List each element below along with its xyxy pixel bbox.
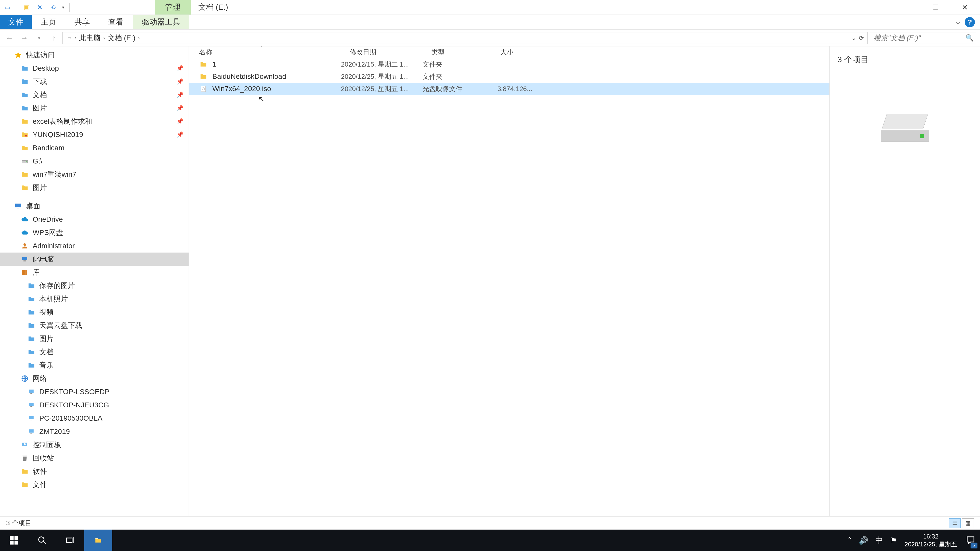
tree-item-label: 保存的图片 bbox=[39, 281, 75, 291]
qat-app-icon[interactable]: ▭ bbox=[2, 2, 13, 13]
breadcrumb-sep-icon[interactable]: › bbox=[74, 35, 78, 41]
nav-forward-button[interactable]: → bbox=[18, 32, 30, 44]
tree-item[interactable]: 音乐 bbox=[0, 359, 189, 372]
tree-item[interactable]: PC-20190530OBLA bbox=[0, 412, 189, 425]
breadcrumb-sep-icon[interactable]: › bbox=[137, 35, 141, 41]
tree-item[interactable]: 控制面板 bbox=[0, 438, 189, 451]
column-name[interactable]: 名称 bbox=[199, 48, 350, 57]
nav-up-button[interactable]: ↑ bbox=[48, 32, 60, 44]
address-bar[interactable]: ▭ › 此电脑 › 文档 (E:) › ⌄ ⟳ bbox=[62, 32, 868, 44]
taskbar-clock[interactable]: 16:32 2020/12/25, 星期五 bbox=[900, 532, 961, 548]
view-details-button[interactable]: ☰ bbox=[949, 518, 961, 528]
volume-icon[interactable]: 🔊 bbox=[859, 536, 868, 545]
tree-item[interactable]: 图片 bbox=[0, 181, 189, 194]
tree-item-label: 下载 bbox=[33, 77, 47, 86]
tree-item[interactable]: Desktop📌 bbox=[0, 62, 189, 75]
tree-item[interactable]: G:\ bbox=[0, 155, 189, 168]
ribbon-tab-drive-tools[interactable]: 驱动器工具 bbox=[133, 15, 189, 29]
tree-item-label: Administrator bbox=[33, 242, 75, 250]
tree-item[interactable]: DESKTOP-NJEU3CG bbox=[0, 399, 189, 412]
tree-item[interactable]: 快速访问 bbox=[0, 48, 189, 62]
tree-item-label: 网络 bbox=[33, 374, 47, 383]
tree-item[interactable]: ZMT2019 bbox=[0, 425, 189, 438]
tree-item[interactable]: 保存的图片 bbox=[0, 279, 189, 292]
column-headers[interactable]: ˄ 名称 修改日期 类型 大小 bbox=[189, 46, 829, 58]
tree-item[interactable]: 库 bbox=[0, 266, 189, 279]
tree-item[interactable]: DESKTOP-LSSOEDP bbox=[0, 385, 189, 399]
tree-item[interactable]: 视频 bbox=[0, 306, 189, 319]
tree-item[interactable]: WPS网盘 bbox=[0, 226, 189, 239]
qat-undo-icon[interactable]: ⟲ bbox=[47, 2, 59, 13]
security-icon[interactable]: ⚑ bbox=[890, 536, 897, 545]
view-large-icons-button[interactable]: ▦ bbox=[962, 518, 974, 528]
tree-item[interactable]: 桌面 bbox=[0, 200, 189, 213]
tree-item-label: 天翼云盘下载 bbox=[39, 321, 82, 330]
qat-customize-dropdown[interactable]: ▾ bbox=[60, 5, 66, 10]
tree-item[interactable]: 回收站 bbox=[0, 451, 189, 465]
tree-item[interactable]: 文档 bbox=[0, 345, 189, 359]
tree-item[interactable]: 天翼云盘下载 bbox=[0, 319, 189, 332]
tree-item[interactable]: win7重装win7 bbox=[0, 168, 189, 181]
ribbon-tab-view[interactable]: 查看 bbox=[99, 15, 133, 29]
breadcrumb-this-pc[interactable]: 此电脑 bbox=[78, 33, 102, 43]
breadcrumb-sep-icon[interactable]: › bbox=[102, 35, 106, 41]
tree-item[interactable]: YUNQISHI2019📌 bbox=[0, 128, 189, 141]
svg-point-6 bbox=[24, 243, 26, 246]
ribbon-tab-share[interactable]: 共享 bbox=[65, 15, 99, 29]
start-button[interactable] bbox=[0, 530, 28, 551]
taskbar-search-button[interactable] bbox=[28, 530, 56, 551]
tree-item[interactable]: 网络 bbox=[0, 372, 189, 385]
mouse-cursor-icon: ↖ bbox=[258, 94, 265, 103]
minimize-button[interactable]: — bbox=[893, 0, 921, 15]
status-bar: 3 个项目 ☰ ▦ bbox=[0, 516, 980, 530]
address-dropdown-icon[interactable]: ⌄ bbox=[851, 35, 856, 41]
tree-item[interactable]: 本机照片 bbox=[0, 292, 189, 306]
svg-rect-5 bbox=[17, 208, 19, 208]
tree-item[interactable]: 文档📌 bbox=[0, 88, 189, 102]
action-center-button[interactable]: 3 bbox=[961, 530, 980, 551]
nav-history-dropdown[interactable]: ▾ bbox=[33, 32, 45, 44]
ime-indicator[interactable]: 中 bbox=[875, 535, 883, 546]
tree-item-label: 文档 bbox=[39, 347, 54, 357]
search-icon[interactable]: 🔍 bbox=[966, 34, 974, 42]
tree-item[interactable]: 此电脑 bbox=[0, 252, 189, 266]
qat-delete-icon[interactable]: ✕ bbox=[34, 2, 46, 13]
file-row[interactable]: Win7x64_2020.iso2020/12/25, 星期五 1...光盘映像… bbox=[189, 83, 829, 95]
help-icon[interactable]: ? bbox=[965, 17, 975, 27]
column-size[interactable]: 大小 bbox=[500, 48, 541, 57]
tray-overflow-icon[interactable]: ˄ bbox=[848, 536, 852, 545]
search-box[interactable]: 🔍 bbox=[870, 32, 977, 44]
refresh-icon[interactable]: ⟳ bbox=[859, 35, 864, 41]
ribbon-collapse-icon[interactable]: ⌵ bbox=[956, 18, 960, 26]
tree-item[interactable]: Bandicam bbox=[0, 141, 189, 155]
column-date[interactable]: 修改日期 bbox=[350, 48, 431, 57]
tree-item[interactable]: OneDrive bbox=[0, 213, 189, 226]
tree-item-label: 库 bbox=[33, 268, 40, 277]
breadcrumb-current[interactable]: 文档 (E:) bbox=[106, 33, 137, 43]
ribbon-tab-file[interactable]: 文件 bbox=[0, 15, 32, 29]
tree-item-icon bbox=[21, 130, 29, 139]
close-button[interactable]: ✕ bbox=[950, 0, 980, 15]
maximize-button[interactable]: ☐ bbox=[921, 0, 950, 15]
tree-item[interactable]: 下载📌 bbox=[0, 75, 189, 88]
tree-item[interactable]: excel表格制作求和📌 bbox=[0, 115, 189, 128]
qat-separator-2 bbox=[69, 3, 70, 12]
tree-item[interactable]: 图片 bbox=[0, 332, 189, 345]
navigation-bar: ← → ▾ ↑ ▭ › 此电脑 › 文档 (E:) › ⌄ ⟳ 🔍 bbox=[0, 30, 980, 46]
column-type[interactable]: 类型 bbox=[431, 48, 500, 57]
ribbon-tab-home[interactable]: 主页 bbox=[32, 15, 65, 29]
taskbar-file-explorer[interactable] bbox=[84, 530, 112, 551]
navigation-tree[interactable]: 快速访问Desktop📌下载📌文档📌图片📌excel表格制作求和📌YUNQISH… bbox=[0, 46, 189, 516]
search-input[interactable] bbox=[873, 34, 966, 42]
file-row[interactable]: 12020/12/15, 星期二 1...文件夹 bbox=[189, 58, 829, 70]
tree-item[interactable]: Administrator bbox=[0, 239, 189, 252]
file-row[interactable]: BaiduNetdiskDownload2020/12/25, 星期五 1...… bbox=[189, 70, 829, 83]
nav-back-button[interactable]: ← bbox=[3, 32, 16, 44]
system-tray[interactable]: ˄ 🔊 中 ⚑ bbox=[844, 535, 900, 546]
qat-properties-icon[interactable]: ▣ bbox=[21, 2, 32, 13]
svg-rect-24 bbox=[10, 541, 14, 545]
tree-item[interactable]: 文件 bbox=[0, 478, 189, 491]
tree-item[interactable]: 软件 bbox=[0, 465, 189, 478]
task-view-button[interactable] bbox=[56, 530, 84, 551]
tree-item[interactable]: 图片📌 bbox=[0, 102, 189, 115]
